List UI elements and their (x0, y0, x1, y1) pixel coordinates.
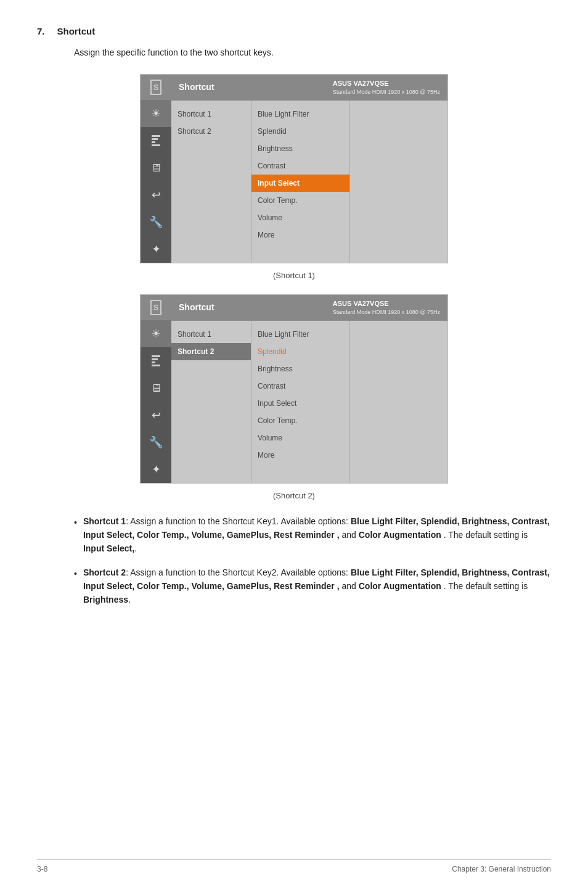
sidebar-icon-bars (141, 127, 171, 154)
bullet-text-2: Shortcut 2: Assign a function to the Sho… (83, 566, 551, 607)
osd-menu-shortcut1-2[interactable]: Shortcut 1 (171, 326, 251, 343)
osd-option-colortemp-1[interactable]: Color Temp. (251, 192, 349, 209)
sidebar-icon-star: ✦ (141, 236, 171, 263)
sidebar-icon-monitor-2: 🖥 (141, 374, 171, 402)
osd-option-bluelight-1[interactable]: Blue Light Filter (251, 105, 349, 123)
footer-left: 3-8 (37, 864, 47, 875)
bullet-default-2: Brightness (83, 595, 128, 604)
sidebar-icon-input-2: ↩ (141, 402, 171, 429)
sidebar-icon-input: ↩ (141, 181, 171, 208)
osd-content-1: Shortcut 1 Shortcut 2 Blue Light Filter … (171, 101, 447, 263)
bullet-dot-2: • (74, 567, 77, 607)
osd-option-splendid-2[interactable]: Splendid (251, 343, 349, 360)
osd-title-2: Shortcut (179, 301, 214, 314)
sidebar-icon-bars-2 (141, 347, 171, 374)
section-number: 7. (37, 25, 45, 39)
osd-option-colortemp-2[interactable]: Color Temp. (251, 412, 349, 429)
caption-1: (Shortcut 1) (37, 270, 551, 282)
osd-option-volume-2[interactable]: Volume (251, 429, 349, 447)
bullet-last-2: Color Augmentation (359, 581, 441, 591)
sidebar-icon-splendid: ☀ (141, 100, 171, 127)
sidebar-icon-splendid-2: ☀ (141, 320, 171, 347)
osd-option-inputselect-2[interactable]: Input Select (251, 395, 349, 412)
bullet-text-1: Shortcut 1: Assign a function to the Sho… (83, 514, 551, 556)
osd-options-col-2: Blue Light Filter Splendid Brightness Co… (251, 321, 350, 484)
osd-main-2: Shortcut ASUS VA27VQSE Standard Mode HDM… (171, 295, 447, 484)
osd-options-col-1: Blue Light Filter Splendid Brightness Co… (251, 101, 350, 263)
sidebar-icon-star-2: ✦ (141, 456, 171, 483)
osd-header-info-1: ASUS VA27VQSE Standard Mode HDMI 1920 x … (333, 78, 440, 97)
osd-option-brightness-1[interactable]: Brightness (251, 140, 349, 157)
osd-option-contrast-2[interactable]: Contrast (251, 377, 349, 395)
osd-menu-shortcut2-1[interactable]: Shortcut 2 (171, 123, 251, 140)
osd-menu-col-2: Shortcut 1 Shortcut 2 (171, 321, 251, 484)
section-heading: Shortcut (57, 25, 96, 39)
osd-option-more-1[interactable]: More (251, 226, 349, 244)
osd-header-1: Shortcut ASUS VA27VQSE Standard Mode HDM… (171, 75, 447, 101)
osd-sidebar-top-icon-1: S (141, 75, 171, 101)
osd-menu-shortcut1-1[interactable]: Shortcut 1 (171, 105, 251, 123)
osd-option-more-2[interactable]: More (251, 447, 349, 464)
osd-option-brightness-2[interactable]: Brightness (251, 360, 349, 377)
caption-2: (Shortcut 2) (37, 490, 551, 502)
osd-menu-shortcut2-2[interactable]: Shortcut 2 (171, 343, 251, 360)
osd-option-volume-1[interactable]: Volume (251, 209, 349, 226)
page-footer: 3-8 Chapter 3: General Instruction (37, 859, 551, 875)
osd-title-1: Shortcut (179, 81, 214, 94)
osd-menu-col-1: Shortcut 1 Shortcut 2 (171, 101, 251, 263)
sidebar-icon-wrench-2: 🔧 (141, 429, 171, 456)
osd-screen-2: S ☀ 🖥 ↩ 🔧 ✦ Shortcut ASUS VA27VQSE Stand… (140, 294, 448, 484)
osd-option-contrast-1[interactable]: Contrast (251, 157, 349, 175)
osd-sidebar-top-icon-2: S (141, 295, 171, 321)
osd-sidebar-2: S ☀ 🖥 ↩ 🔧 ✦ (141, 295, 171, 484)
osd-screen-1: S ☀ 🖥 ↩ 🔧 ✦ Shortcut ASUS VA27VQSE Stand… (140, 74, 448, 264)
bullet-last-1: Color Augmentation (359, 530, 441, 540)
section-title: 7. Shortcut (37, 25, 551, 39)
osd-main-1: Shortcut ASUS VA27VQSE Standard Mode HDM… (171, 75, 447, 263)
footer-right: Chapter 3: General Instruction (452, 864, 551, 875)
osd-content-2: Shortcut 1 Shortcut 2 Blue Light Filter … (171, 321, 447, 484)
osd-brand-2: ASUS VA27VQSE (333, 299, 440, 309)
osd-mode-1: Standard Mode HDMI 1920 x 1080 @ 75Hz (333, 88, 440, 97)
sidebar-icon-monitor: 🖥 (141, 154, 171, 181)
osd-mode-2: Standard Mode HDMI 1920 x 1080 @ 75Hz (333, 308, 440, 317)
bullet-options-1: Blue Light Filter, Splendid, Brightness,… (83, 516, 550, 540)
osd-value-col-1 (350, 101, 447, 263)
bullet-item-shortcut2: • Shortcut 2: Assign a function to the S… (74, 566, 551, 607)
bullet-item-shortcut1: • Shortcut 1: Assign a function to the S… (74, 514, 551, 556)
bullet-options-2: Blue Light Filter, Splendid, Brightness,… (83, 567, 550, 591)
section-description: Assign the specific function to the two … (74, 46, 551, 59)
osd-header-info-2: ASUS VA27VQSE Standard Mode HDMI 1920 x … (333, 299, 440, 317)
bullet-list: • Shortcut 1: Assign a function to the S… (74, 514, 551, 607)
bullet-label-1: Shortcut 1 (83, 516, 126, 526)
osd-sidebar-1: S ☀ 🖥 ↩ 🔧 ✦ (141, 75, 171, 263)
osd-option-inputselect-1[interactable]: Input Select (251, 175, 349, 192)
bullet-label-2: Shortcut 2 (83, 567, 126, 577)
osd-header-2: Shortcut ASUS VA27VQSE Standard Mode HDM… (171, 295, 447, 321)
osd-option-bluelight-2[interactable]: Blue Light Filter (251, 326, 349, 343)
bullet-dot-1: • (74, 516, 77, 556)
osd-brand-1: ASUS VA27VQSE (333, 78, 440, 89)
osd-value-col-2 (350, 321, 447, 484)
osd-option-splendid-1[interactable]: Splendid (251, 123, 349, 140)
sidebar-icon-wrench: 🔧 (141, 208, 171, 236)
bullet-default-1: Input Select, (83, 543, 134, 553)
